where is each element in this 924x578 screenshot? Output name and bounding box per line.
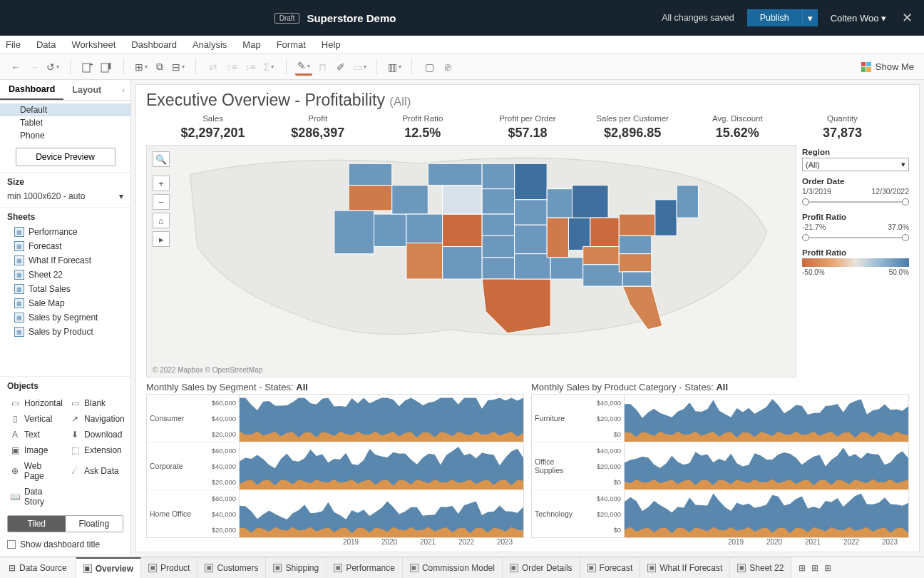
svg-rect-11 bbox=[406, 214, 443, 243]
map-zoom-out-icon[interactable]: − bbox=[153, 194, 170, 210]
titlebar: Draft Superstore Demo All changes saved … bbox=[0, 0, 924, 36]
map-zoom-in-icon[interactable]: + bbox=[153, 176, 170, 191]
totals-icon[interactable]: Σ bbox=[260, 59, 277, 76]
publish-dropdown[interactable]: ▾ bbox=[802, 9, 818, 26]
menu-analysis[interactable]: Analysis bbox=[192, 39, 227, 50]
object-item[interactable]: ▭Blank bbox=[68, 397, 126, 410]
close-icon[interactable]: ✕ bbox=[899, 10, 915, 26]
region-filter-select[interactable]: (All)▾ bbox=[802, 158, 909, 171]
new-dashboard-icon[interactable]: ⊞ bbox=[811, 563, 818, 573]
sheet-tab[interactable]: ▦Performance bbox=[327, 557, 403, 578]
menu-data[interactable]: Data bbox=[36, 39, 56, 50]
svg-rect-29 bbox=[573, 186, 609, 218]
fit-view-icon[interactable]: ▥ bbox=[386, 59, 403, 76]
order-date-slider[interactable] bbox=[802, 197, 909, 207]
device-default[interactable]: Default bbox=[0, 103, 130, 116]
sort-asc-icon[interactable]: ↑≡ bbox=[223, 59, 240, 76]
redo-icon[interactable]: → bbox=[26, 59, 43, 76]
new-worksheet-icon[interactable]: ⊞ bbox=[133, 59, 150, 76]
sidebar-tab-dashboard[interactable]: Dashboard bbox=[0, 80, 63, 100]
sheet-item[interactable]: ▦Performance bbox=[7, 225, 123, 239]
presentation-icon[interactable]: ▢ bbox=[421, 59, 438, 76]
sheet-tab[interactable]: ▦Commission Model bbox=[403, 557, 503, 578]
menu-dashboard[interactable]: Dashboard bbox=[131, 39, 177, 50]
kpi: Sales per Customer$2,896.85 bbox=[580, 114, 685, 141]
new-sheet-icon[interactable]: ⊞ bbox=[799, 563, 806, 573]
show-mark-icon[interactable]: ✐ bbox=[332, 59, 349, 76]
revert-icon[interactable]: ↺ bbox=[44, 59, 61, 76]
map-chart[interactable]: 🔍 + − ⌂ ▸ © 2022 Mapbox © OpenStreetMap bbox=[146, 145, 796, 377]
device-tablet[interactable]: Tablet bbox=[0, 116, 130, 129]
duplicate-icon[interactable]: ⧉ bbox=[151, 59, 168, 76]
sidebar-collapse-icon[interactable]: ‹ bbox=[116, 83, 130, 97]
object-item[interactable]: ▯Vertical bbox=[9, 412, 64, 425]
new-data-icon[interactable]: + bbox=[79, 59, 96, 76]
kpi: Profit Ratio12.5% bbox=[370, 114, 475, 141]
sheet-tab[interactable]: ▦Overview bbox=[76, 557, 141, 578]
sheet-item[interactable]: ▦Total Sales bbox=[7, 282, 123, 296]
menu-worksheet[interactable]: Worksheet bbox=[71, 39, 115, 50]
menu-help[interactable]: Help bbox=[322, 39, 341, 50]
floating-toggle[interactable]: Floating bbox=[66, 516, 123, 532]
sidebar-tab-layout[interactable]: Layout bbox=[63, 81, 110, 99]
new-story-icon[interactable]: ⊞ bbox=[824, 563, 831, 573]
sheet-item[interactable]: ▦Sheet 22 bbox=[7, 268, 123, 282]
fit-icon[interactable]: ▭ bbox=[351, 59, 368, 76]
object-icon: ⊕ bbox=[10, 466, 20, 476]
object-icon: ▯ bbox=[10, 414, 20, 424]
sheet-tab[interactable]: ▦Shipping bbox=[266, 557, 327, 578]
sort-desc-icon[interactable]: ↓≡ bbox=[242, 59, 259, 76]
sheet-icon: ▦ bbox=[14, 255, 24, 265]
draft-badge: Draft bbox=[274, 13, 300, 24]
sheet-tab[interactable]: ▦What If Forecast bbox=[640, 557, 730, 578]
data-source-tab[interactable]: ⊟Data Source bbox=[0, 557, 76, 578]
pause-data-icon[interactable]: ❚❚ bbox=[98, 59, 115, 76]
sheet-item[interactable]: ▦Forecast bbox=[7, 239, 123, 253]
sheet-tab[interactable]: ▦Order Details bbox=[503, 557, 580, 578]
device-phone[interactable]: Phone bbox=[0, 129, 130, 142]
menu-format[interactable]: Format bbox=[277, 39, 306, 50]
sheet-tab[interactable]: ▦Product bbox=[141, 557, 197, 578]
svg-rect-32 bbox=[583, 265, 623, 286]
publish-button[interactable]: Publish bbox=[747, 9, 802, 26]
object-item[interactable]: ⊕Web Page bbox=[9, 460, 64, 482]
map-search-icon[interactable]: 🔍 bbox=[153, 151, 170, 167]
object-item[interactable]: ↗Navigation bbox=[68, 412, 126, 425]
show-title-checkbox[interactable] bbox=[7, 540, 16, 549]
svg-rect-20 bbox=[482, 258, 514, 279]
object-item[interactable]: ▣Image bbox=[9, 444, 64, 457]
object-item[interactable]: 📖Data Story bbox=[9, 485, 64, 508]
share-icon[interactable]: ⎚ bbox=[439, 59, 456, 76]
undo-icon[interactable]: ← bbox=[7, 59, 24, 76]
pr-range-slider[interactable] bbox=[802, 233, 909, 243]
group-icon[interactable]: ⊓ bbox=[314, 59, 331, 76]
menu-map[interactable]: Map bbox=[242, 39, 260, 50]
object-item[interactable]: ⬚Extension bbox=[68, 444, 126, 457]
category-charts[interactable]: Furniture$40,000$20,000$0Office Supplies… bbox=[531, 394, 909, 538]
sheet-tab[interactable]: ▦Sheet 22 bbox=[730, 557, 791, 578]
show-me-button[interactable]: Show Me bbox=[861, 61, 920, 72]
size-select[interactable]: min 1000x620 - auto▾ bbox=[7, 190, 123, 203]
object-item[interactable]: AText bbox=[9, 428, 64, 441]
menu-file[interactable]: File bbox=[6, 39, 21, 50]
tiled-toggle[interactable]: Tiled bbox=[8, 516, 66, 532]
device-preview-button[interactable]: Device Preview bbox=[16, 148, 115, 166]
sheet-item[interactable]: ▦What If Forecast bbox=[7, 253, 123, 268]
sheet-item[interactable]: ▦Sale Map bbox=[7, 296, 123, 310]
map-tools-icon[interactable]: ▸ bbox=[153, 231, 170, 247]
sheet-tab[interactable]: ▦Customers bbox=[197, 557, 266, 578]
sheet-item[interactable]: ▦Sales by Segment bbox=[7, 310, 123, 325]
highlight-icon[interactable]: ✎ bbox=[295, 59, 312, 76]
map-home-icon[interactable]: ⌂ bbox=[153, 213, 170, 228]
object-item[interactable]: ⬇Download bbox=[68, 428, 126, 441]
sheet-item[interactable]: ▦Sales by Product bbox=[7, 325, 123, 339]
object-item[interactable]: ▭Horizontal bbox=[9, 397, 64, 410]
svg-rect-31 bbox=[583, 247, 620, 265]
swap-icon[interactable]: ⇄ bbox=[205, 59, 222, 76]
segment-charts[interactable]: Consumer$60,000$40,000$20,000Corporate$6… bbox=[146, 394, 524, 538]
user-menu[interactable]: Colten Woo ▾ bbox=[831, 13, 886, 24]
object-item[interactable]: ☄Ask Data bbox=[68, 460, 126, 482]
clear-icon[interactable]: ⊟ bbox=[170, 59, 187, 76]
sheet-tab[interactable]: ▦Forecast bbox=[580, 557, 641, 578]
sidebar: Dashboard Layout ‹ Default Tablet Phone … bbox=[0, 80, 131, 557]
